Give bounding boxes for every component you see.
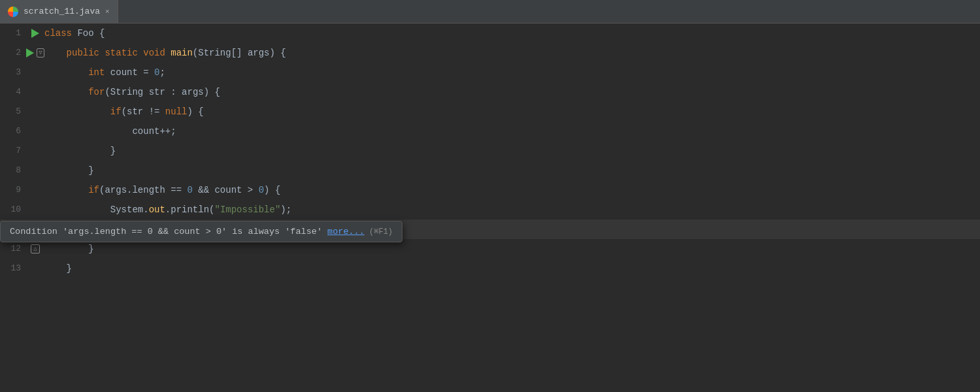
code-text: for(String str : args) {	[44, 82, 980, 102]
line-number: 13	[0, 259, 26, 278]
editor: 1class Foo {2▽ public static void main(S…	[0, 24, 980, 392]
code-line: 3 int count = 0;	[0, 63, 980, 82]
line-number: 9	[0, 180, 26, 200]
line-number: 8	[0, 161, 26, 180]
tab-close-button[interactable]: ×	[105, 8, 110, 16]
tooltip-text: Condition 'args.length == 0 && count > 0…	[10, 227, 327, 237]
file-tab[interactable]: scratch_11.java ×	[0, 0, 118, 23]
code-text: public static void main(String[] args) {	[44, 43, 980, 63]
code-text: count++;	[44, 122, 980, 141]
line-number: 4	[0, 82, 26, 102]
line-number: 7	[0, 141, 26, 161]
code-text: if(args.length == 0 && count > 0) {	[44, 180, 980, 200]
code-line: 8 }	[0, 161, 980, 180]
code-text: class Foo {	[44, 24, 980, 43]
code-line: 4 for(String str : args) {	[0, 82, 980, 102]
gutter-icon[interactable]: △	[26, 244, 44, 253]
code-line: 2▽ public static void main(String[] args…	[0, 43, 980, 63]
code-text: }	[44, 141, 980, 161]
code-line: 6 count++;	[0, 122, 980, 141]
code-line: 5 if(str != null) {	[0, 102, 980, 122]
line-number: 6	[0, 122, 26, 141]
code-text: if(str != null) {	[44, 102, 980, 122]
code-area[interactable]: 1class Foo {2▽ public static void main(S…	[0, 24, 980, 392]
code-text: System.out.println("Impossible");	[44, 200, 980, 220]
code-text: }	[44, 259, 980, 278]
fold-icon[interactable]: ▽	[37, 48, 44, 57]
code-line: 10 System.out.println("Impossible");	[0, 200, 980, 220]
run-arrow-icon[interactable]	[26, 48, 34, 57]
tooltip-shortcut: (⌘F1)	[365, 227, 393, 237]
code-line: 13 }	[0, 259, 980, 278]
line-number: 1	[0, 24, 26, 43]
line-number: 3	[0, 63, 26, 82]
line-number: 5	[0, 102, 26, 122]
code-line: 9 if(args.length == 0 && count > 0) {	[0, 180, 980, 200]
code-text: }	[44, 161, 980, 180]
line-number: 2	[0, 43, 26, 63]
gutter-icon[interactable]: ▽	[26, 48, 44, 57]
fold-icon[interactable]: △	[31, 244, 40, 253]
run-arrow-icon[interactable]	[31, 29, 39, 38]
code-line: 1class Foo {	[0, 24, 980, 43]
tab-filename: scratch_11.java	[24, 7, 100, 16]
tab-bar: scratch_11.java ×	[0, 0, 980, 24]
code-text: int count = 0;	[44, 63, 980, 82]
code-line: 7 }	[0, 141, 980, 161]
tooltip-more-link[interactable]: more...	[327, 227, 365, 237]
gutter-icon[interactable]	[26, 29, 44, 38]
line-number: 10	[0, 200, 26, 220]
intellij-icon	[8, 7, 18, 17]
inspection-tooltip: Condition 'args.length == 0 && count > 0…	[0, 221, 402, 242]
